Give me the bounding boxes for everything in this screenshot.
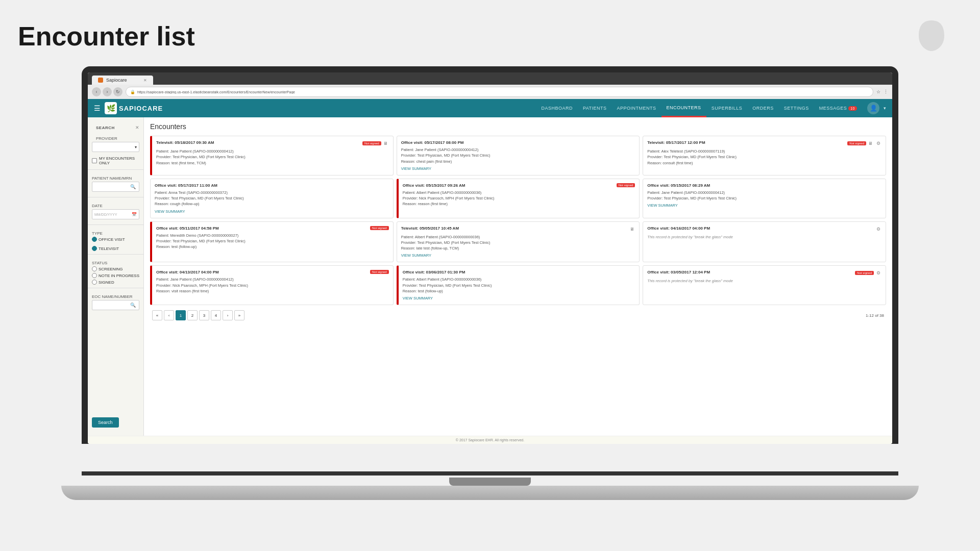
view-summary-link-5[interactable]: VIEW SUMMARY — [647, 203, 881, 208]
badge-not-signed-6: Not signed — [370, 226, 389, 230]
view-summary-link-3[interactable]: VIEW SUMMARY — [155, 209, 389, 214]
type-office-visit[interactable]: OFFICE VISIT — [92, 237, 125, 242]
encounter-card-8[interactable]: Office visit: 04/16/2017 04:00 PM ⚙ This… — [643, 221, 886, 263]
nav-right: 👤 ▾ — [867, 102, 886, 114]
encounter-card-10[interactable]: Office visit: 03/06/2017 01:30 PM Patien… — [397, 265, 640, 305]
encounter-date-7: Televisit: 05/05/2017 10:45 AM — [401, 226, 459, 231]
encounter-detail-10: Patient: Albert Patient (SAPIO-000000000… — [403, 277, 635, 294]
view-summary-link-7[interactable]: VIEW SUMMARY — [401, 253, 635, 258]
browser-chrome: Sapiocare ✕ — [88, 72, 892, 85]
app-nav: ☰ 🌿 SAPIOCARE DASHBOARD PATIENTS APPOINT… — [88, 99, 892, 117]
date-input[interactable]: MM/DD/YYYY 📅 — [92, 209, 139, 219]
encounter-date-6: Office visit: 05/11/2017 04:58 PM — [156, 226, 219, 231]
url-bar[interactable]: 🔒 https://sapiocare-staging.us-east-1.el… — [126, 87, 873, 97]
encounter-date-1: Office visit: 05/17/2017 08:00 PM — [401, 140, 464, 145]
logo-leaf: 🌿 — [107, 104, 115, 112]
page-first-btn[interactable]: « — [152, 310, 162, 320]
forward-button[interactable]: › — [103, 87, 112, 96]
settings-icon-8[interactable]: ⚙ — [875, 226, 881, 232]
tab-close-icon[interactable]: ✕ — [143, 78, 147, 83]
status-signed[interactable]: SIGNED — [92, 280, 139, 285]
browser-tab[interactable]: Sapiocare ✕ — [92, 76, 153, 85]
page-3-btn[interactable]: 3 — [199, 310, 209, 320]
settings-icon-11[interactable]: ⚙ — [875, 270, 881, 276]
page-next-btn[interactable]: › — [223, 310, 233, 320]
nav-settings[interactable]: SETTINGS — [779, 99, 814, 117]
browser-settings-icon[interactable]: ☆ — [876, 89, 880, 94]
encounter-card-3[interactable]: Office visit: 05/17/2017 11:00 AM Patien… — [150, 179, 394, 218]
sidebar-close-icon[interactable]: ✕ — [135, 125, 139, 130]
browser-menu-icon[interactable]: ⋮ — [884, 89, 888, 94]
type-section: OFFICE VISIT TELEVISIT — [88, 237, 143, 251]
note-in-progress-label: NOTE IN PROGRESS — [99, 273, 139, 278]
user-avatar-icon[interactable]: 👤 — [867, 102, 879, 114]
my-encounters-label: MY ENCOUNTERS ONLY — [99, 156, 139, 165]
page-4-btn[interactable]: 4 — [211, 310, 221, 320]
checkbox-icon — [92, 158, 97, 163]
refresh-button[interactable]: ↻ — [113, 87, 122, 96]
encounter-date-11: Office visit: 03/05/2017 12:04 PM — [647, 270, 710, 274]
patient-name-input[interactable]: 🔍 — [92, 182, 139, 192]
nav-orders[interactable]: ORDERS — [747, 99, 779, 117]
tab-favicon — [98, 78, 103, 83]
browser-toolbar: ‹ › ↻ 🔒 https://sapiocare-staging.us-eas… — [88, 85, 892, 99]
eoc-search-icon[interactable]: 🔍 — [129, 301, 137, 309]
settings-icon-2[interactable]: ⚙ — [875, 140, 881, 146]
nav-messages[interactable]: MESSAGES 10 — [814, 99, 862, 117]
encounter-card-6[interactable]: Office visit: 05/11/2017 04:58 PM Not si… — [150, 221, 394, 263]
laptop-bottom-bar — [82, 471, 898, 475]
nav-encounters[interactable]: ENCOUNTERS — [662, 99, 706, 117]
eoc-label: EOC NAME/NUMBER — [88, 291, 143, 300]
encounter-date-4: Office visit: 05/15/2017 09:26 AM — [403, 183, 465, 188]
status-options: SCREENING NOTE IN PROGRESS SIGNED — [88, 266, 143, 285]
search-button[interactable]: Search — [92, 417, 119, 428]
type-televisit[interactable]: TELEVISIT — [92, 246, 119, 251]
hamburger-icon[interactable]: ☰ — [94, 104, 101, 112]
signed-label: SIGNED — [99, 280, 114, 285]
nav-dashboard[interactable]: DASHBOARD — [536, 99, 578, 117]
logo-text: SAPIOCARE — [119, 105, 163, 112]
app-footer: © 2017 Sapiocare EHR. All rights reserve… — [88, 436, 892, 444]
view-summary-link-1[interactable]: VIEW SUMMARY — [401, 166, 635, 171]
calendar-icon[interactable]: 📅 — [132, 212, 137, 217]
radio-signed-icon — [92, 280, 97, 285]
encounter-card-4[interactable]: Office visit: 05/15/2017 09:26 AM Not si… — [397, 179, 640, 218]
encounter-card-7[interactable]: Televisit: 05/05/2017 10:45 AM 🖥 Patient… — [397, 221, 640, 263]
encounter-card-0[interactable]: Televisit: 05/18/2017 09:30 AM Not signe… — [150, 136, 394, 176]
nav-dropdown-arrow[interactable]: ▾ — [884, 106, 886, 111]
logo-icon-box: 🌿 — [105, 102, 117, 114]
encounter-detail-1: Patient: Jane Patient (SAPIO-00000000041… — [401, 147, 635, 164]
page-2-btn[interactable]: 2 — [187, 310, 198, 320]
screen-bezel: Sapiocare ✕ ‹ › ↻ 🔒 https://sapiocare-st… — [82, 66, 898, 444]
encounter-detail-5: Patient: Jane Patient (SAPIO-00000000041… — [647, 190, 881, 202]
provider-section: PROVIDER ▾ MY ENCOUNTERS ONLY — [88, 133, 143, 166]
provider-dropdown[interactable]: ▾ — [92, 142, 139, 152]
my-encounters-checkbox[interactable]: MY ENCOUNTERS ONLY — [92, 155, 139, 166]
type-label: TYPE — [88, 228, 143, 237]
eoc-input[interactable]: 🔍 — [92, 300, 139, 310]
nav-links: DASHBOARD PATIENTS APPOINTMENTS ENCOUNTE… — [536, 99, 862, 117]
monitor-icon-2: 🖥 — [868, 140, 874, 146]
encounter-card-1[interactable]: Office visit: 05/17/2017 08:00 PM Patien… — [397, 136, 640, 176]
date-label: DATE — [88, 201, 143, 209]
status-screening[interactable]: SCREENING — [92, 266, 139, 271]
pagination: « ‹ 1 2 3 4 › » 1-12 of 38 — [150, 305, 886, 322]
radio-televisit-icon — [92, 246, 97, 251]
encounter-card-5[interactable]: Office visit: 05/15/2017 08:29 AM Patien… — [643, 179, 886, 218]
page-1-btn[interactable]: 1 — [176, 310, 186, 320]
nav-appointments[interactable]: APPOINTMENTS — [612, 99, 662, 117]
encounter-date-2: Televisit: 05/17/2017 12:00 PM — [647, 140, 705, 145]
status-note-in-progress[interactable]: NOTE IN PROGRESS — [92, 273, 139, 278]
main-layout: SEARCH ✕ PROVIDER ▾ MY ENCOUNTERS — [88, 117, 892, 436]
view-summary-link-10[interactable]: VIEW SUMMARY — [403, 296, 635, 300]
patient-search-icon[interactable]: 🔍 — [129, 183, 137, 191]
encounter-card-2[interactable]: Televisit: 05/17/2017 12:00 PM Not signe… — [643, 136, 886, 176]
back-button[interactable]: ‹ — [92, 87, 101, 96]
encounter-card-9[interactable]: Office visit: 04/13/2017 04:00 PM Not si… — [150, 265, 394, 305]
page-last-btn[interactable]: » — [234, 310, 244, 320]
nav-superbills[interactable]: SUPERBILLS — [706, 99, 748, 117]
encounter-card-11[interactable]: Office visit: 03/05/2017 12:04 PM Not si… — [643, 265, 886, 305]
page-prev-btn[interactable]: ‹ — [164, 310, 174, 320]
nav-patients[interactable]: PATIENTS — [578, 99, 612, 117]
provider-label: PROVIDER — [92, 133, 139, 142]
